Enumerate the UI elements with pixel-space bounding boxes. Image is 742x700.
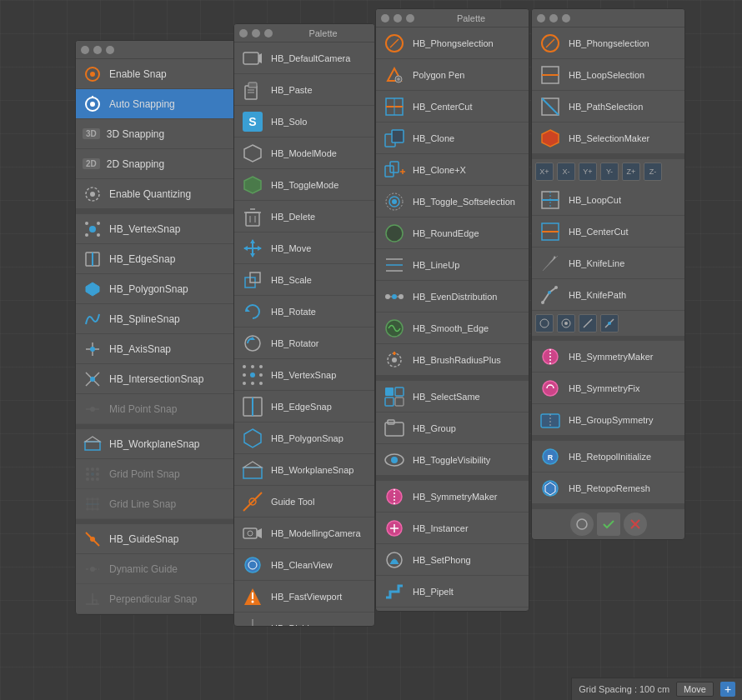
palette-item-pipelt[interactable]: HB_Pipelt [376, 576, 529, 608]
axis-z-neg-btn[interactable]: Z- [644, 162, 662, 181]
palette-item-rotator[interactable]: HB_Rotator [234, 328, 374, 359]
knife-icon-4[interactable] [600, 314, 619, 332]
icon-modellingcamera [241, 522, 264, 545]
circle-icon-1[interactable] [570, 512, 594, 536]
svg-line-83 [243, 492, 262, 511]
rp2-knifepath[interactable]: HB_KnifePath [532, 279, 684, 311]
palette-item-rotate[interactable]: HB_Rotate [234, 296, 374, 328]
label-paste: HB_Paste [271, 85, 313, 95]
palette-item-instancer[interactable]: HB_Instancer [376, 512, 529, 544]
axis-y-neg-btn[interactable]: Y- [600, 162, 619, 181]
rp2-phongselection[interactable]: HB_Phongselection [532, 28, 684, 59]
palette-item-brushradius[interactable]: HB_BrushRadiusPlus [376, 344, 529, 376]
label-delete: HB_Delete [271, 212, 315, 222]
palette-item-divider[interactable]: HB_Divider [234, 612, 374, 626]
palette-item-centercut[interactable]: HB_CenterCut [376, 91, 529, 122]
svg-line-145 [546, 39, 554, 48]
palette-item-scale[interactable]: HB_Scale [234, 264, 374, 296]
rp2-centercut[interactable]: HB_CenterCut [532, 216, 684, 248]
palette-item-polygonsnap2[interactable]: HB_PolygonSnap [234, 422, 374, 454]
icon-phongselection [383, 32, 406, 55]
axis-y-btn[interactable]: Y+ [579, 162, 597, 181]
rp2-retopo1[interactable]: R HB_RetopolInitialize [532, 441, 684, 472]
label-pipelt: HB_Pipelt [413, 587, 454, 597]
label-smoothedge: HB_Smooth_Edge [413, 323, 489, 333]
palette-item-solo[interactable]: S HB_Solo [234, 106, 374, 138]
rp2-symmetrymaker[interactable]: HB_SymmetryMaker [532, 341, 684, 372]
palette-item-evendist[interactable]: HB_EvenDistribution [376, 281, 529, 312]
palette-item-selectsame[interactable]: HB_SelectSame [376, 381, 529, 412]
axis-x-btn[interactable]: X+ [535, 162, 554, 181]
palette-item-polygon-pen[interactable]: Polygon Pen [376, 59, 529, 91]
svg-point-43 [90, 567, 95, 572]
palette-item-setphong[interactable]: HB_SetPhong [376, 544, 529, 576]
svg-rect-106 [390, 162, 399, 172]
plus-button[interactable]: + [720, 682, 735, 697]
rp2-icon-loopcut [539, 188, 562, 212]
move-button[interactable]: Move [676, 682, 714, 697]
knife-icon-1[interactable] [535, 314, 554, 332]
rp2-loopcut[interactable]: HB_LoopCut [532, 184, 684, 216]
svg-point-160 [564, 322, 568, 325]
icon-scale [241, 268, 264, 292]
label-modelmode: HB_ModelMode [271, 148, 337, 158]
palette-item-fastviewport[interactable]: HB_FastViewport [234, 581, 374, 612]
palette-item-paste[interactable]: HB_Paste [234, 74, 374, 106]
mid-dot-green [264, 29, 273, 38]
icon-cleanview [241, 553, 264, 577]
palette-item-cloneplus[interactable]: HB_Clone+X [376, 154, 529, 186]
palette-item-defaultcamera[interactable]: HB_DefaultCamera [234, 42, 374, 74]
palette-item-delete[interactable]: HB_Delete [234, 201, 374, 232]
grid-spacing-label: Grid Spacing : 100 cm [579, 684, 669, 694]
axissnap-label: HB_AxisSnap [109, 343, 171, 355]
palette-item-guidetool[interactable]: Guide Tool [234, 486, 374, 518]
palette-item-togglemode[interactable]: HB_ToggleMode [234, 169, 374, 201]
palette-item-symmetrymaker[interactable]: HB_SymmetryMaker [376, 481, 529, 512]
svg-point-26 [91, 468, 94, 471]
label-brushradius: HB_BrushRadiusPlus [413, 355, 501, 365]
check-icon[interactable] [597, 512, 620, 536]
rp2-knifeline[interactable]: HB_KnifeLine [532, 248, 684, 279]
palette-item-modellingcamera[interactable]: HB_ModellingCamera [234, 518, 374, 549]
palette-item-togglevis[interactable]: HB_ToggleVisibility [376, 444, 529, 476]
palette-item-group[interactable]: HB_Group [376, 412, 529, 444]
svg-point-25 [86, 468, 89, 471]
rp2-icon-symfix [539, 377, 562, 400]
rp2-groupsymmetry[interactable]: HB_GroupSymmetry [532, 404, 684, 436]
rp2-selectionmaker[interactable]: HB_SelectionMaker [532, 122, 684, 154]
palette-item-workplanesnap2[interactable]: HB_WorkplaneSnap [234, 454, 374, 486]
knife-icon-3[interactable] [579, 314, 597, 332]
palette-item-phongselection[interactable]: HB_Phongselection [376, 28, 529, 59]
svg-point-88 [245, 558, 260, 572]
palette-item-smoothedge[interactable]: HB_Smooth_Edge [376, 312, 529, 344]
palette-item-lineup[interactable]: HB_LineUp [376, 249, 529, 281]
axis-x-neg-btn[interactable]: X- [557, 162, 575, 181]
palette-item-modelmode[interactable]: HB_ModelMode [234, 138, 374, 169]
palette-item-softselection[interactable]: HB_Toggle_Softselection [376, 186, 529, 218]
rp2-loopselection[interactable]: HB_LoopSelection [532, 59, 684, 91]
snap-icon-workplane [83, 434, 103, 454]
palette-item-roundedge[interactable]: HB_RoundEdge [376, 218, 529, 249]
knife-icons-panel [532, 311, 684, 336]
palette-item-edgesnap2[interactable]: HB_EdgeSnap [234, 391, 374, 422]
snap-icon-axis [83, 339, 103, 359]
mid-dot-yellow [252, 29, 260, 38]
axis-z-btn[interactable]: Z+ [622, 162, 640, 181]
palette-item-retopo1[interactable]: HB_RetopolInitialize [376, 608, 529, 611]
rp2-icon-loop [539, 63, 562, 87]
palette-item-vertexsnap2[interactable]: HB_VertexSnap [234, 359, 374, 391]
palette-item-cleanview[interactable]: HB_CleanView [234, 549, 374, 581]
palette-item-clone[interactable]: HB_Clone [376, 122, 529, 154]
label-guidetool: Guide Tool [271, 497, 314, 507]
label-clone: HB_Clone [413, 133, 454, 143]
x-icon[interactable] [624, 512, 647, 536]
svg-marker-66 [246, 308, 250, 312]
label-lineup: HB_LineUp [413, 260, 459, 270]
svg-point-6 [90, 192, 95, 197]
rp2-symmetryfix[interactable]: HB_SymmetryFix [532, 372, 684, 404]
snap-icon-gridline [83, 494, 103, 514]
palette-item-move[interactable]: HB_Move [234, 232, 374, 264]
rp2-retoporemesh[interactable]: HB_RetopoRemesh [532, 472, 684, 504]
rp2-pathselection[interactable]: HB_PathSelection [532, 91, 684, 122]
knife-icon-2[interactable] [557, 314, 575, 332]
